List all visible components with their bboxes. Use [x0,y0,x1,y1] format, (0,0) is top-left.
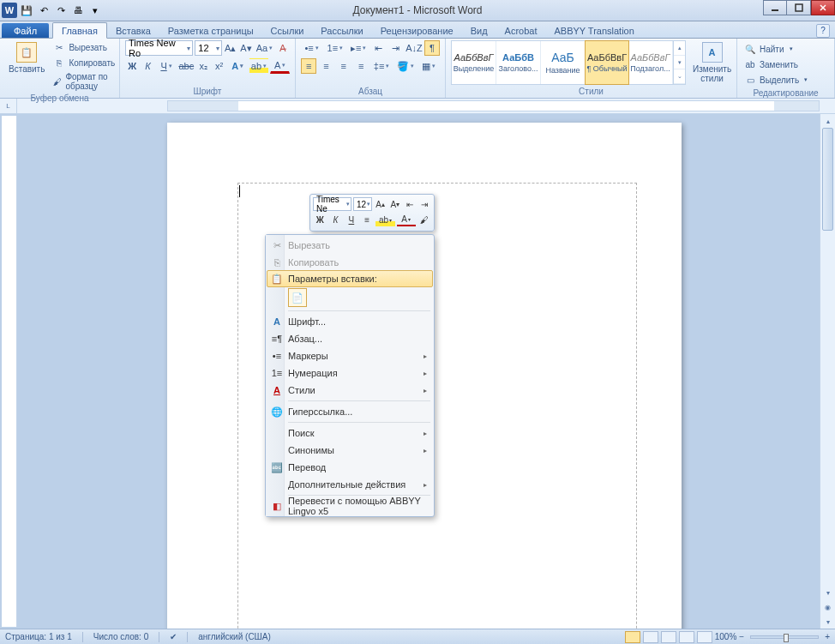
mini-highlight-icon[interactable]: ab [375,213,394,226]
tab-home[interactable]: Главная [52,22,107,39]
close-button[interactable] [811,0,835,15]
ctx-paragraph[interactable]: ≡¶Абзац... [267,330,432,347]
qat-custom-icon[interactable]: ▾ [87,3,103,18]
vertical-scrollbar[interactable]: ▴ ▾ ◉ ▾ [820,114,835,629]
view-draft-icon[interactable] [697,631,712,643]
print-icon[interactable]: 🖶 [70,3,86,18]
align-center-icon[interactable]: ≡ [318,58,333,74]
borders-icon[interactable]: ▦ [418,58,440,74]
tab-mailings[interactable]: Рассылки [312,23,371,38]
status-proofing-icon[interactable]: ✔ [170,632,177,641]
mini-italic-icon[interactable]: К [328,213,342,226]
highlight-icon[interactable]: ab [249,58,269,74]
font-size-combo[interactable]: 12 [195,40,221,56]
grow-font-icon[interactable]: A▴ [224,40,237,56]
style-gallery[interactable]: АаБбВвГВыделение АаБбВЗаголово... АаБНаз… [451,40,686,85]
show-marks-icon[interactable]: ¶ [424,40,440,56]
ctx-additional[interactable]: Дополнительные действия▸ [267,476,432,493]
ctx-abbyy-translate[interactable]: ◧Перевести с помощью ABBYY Lingvo x5 [267,497,432,515]
increase-indent-icon[interactable]: ⇥ [388,40,404,56]
ctx-search[interactable]: Поиск▸ [267,424,432,442]
next-page-icon[interactable]: ▾ [820,615,835,629]
align-right-icon[interactable]: ≡ [336,58,351,74]
tab-abbyy[interactable]: ABBYY Translation [546,23,643,38]
ctx-numbering[interactable]: 1≡Нумерация▸ [267,364,432,382]
clear-format-icon[interactable]: A̶ [276,40,290,56]
tab-pagelayout[interactable]: Разметка страницы [159,23,262,38]
mini-bold-icon[interactable]: Ж [313,213,327,226]
style-emphasis[interactable]: АаБбВвГВыделение [452,41,496,84]
minimize-button[interactable] [763,0,787,15]
redo-icon[interactable]: ↷ [53,3,69,18]
prev-page-icon[interactable]: ◉ [820,600,835,614]
align-left-icon[interactable]: ≡ [301,58,316,74]
zoom-in-icon[interactable]: + [825,632,830,641]
shrink-font-icon[interactable]: A▾ [239,40,253,56]
italic-icon[interactable]: К [141,58,154,74]
replace-button[interactable]: abЗаменить [742,57,829,71]
scroll-up-icon[interactable]: ▴ [820,114,835,128]
multilevel-icon[interactable]: ▸≡ [348,40,369,56]
scroll-down-icon[interactable]: ▾ [820,586,835,599]
mini-grow-font-icon[interactable]: A▴ [374,197,387,211]
view-web-icon[interactable] [661,631,676,643]
tab-insert[interactable]: Вставка [107,23,159,38]
numbering-icon[interactable]: 1≡ [324,40,345,56]
style-heading[interactable]: АаБбВЗаголово... [496,41,541,84]
align-justify-icon[interactable]: ≡ [353,58,369,74]
help-icon[interactable]: ? [816,24,830,38]
mini-shrink-font-icon[interactable]: A▾ [388,197,401,211]
vertical-ruler[interactable] [2,116,17,627]
zoom-slider[interactable] [750,635,819,639]
change-case-icon[interactable]: Aa [255,40,274,56]
undo-icon[interactable]: ↶ [36,3,51,18]
mini-decrease-indent-icon[interactable]: ⇤ [403,197,416,211]
copy-button[interactable]: ⎘Копировать [51,56,117,69]
status-words[interactable]: Число слов: 0 [93,632,148,641]
font-name-combo[interactable]: Times New Ro [125,40,193,56]
font-color-icon[interactable]: A [270,58,290,74]
shading-icon[interactable]: 🪣 [394,58,417,74]
scroll-thumb[interactable] [822,128,833,231]
style-title[interactable]: АаБНазвание [541,41,586,84]
style-normal[interactable]: АаБбВвГ¶ Обычный [585,40,629,85]
view-outline-icon[interactable] [679,631,694,643]
text-effects-icon[interactable]: A [228,58,248,74]
status-language[interactable]: английский (США) [198,632,271,641]
underline-icon[interactable]: Ч [157,58,177,74]
cut-button[interactable]: ✂Вырезать [51,40,117,54]
zoom-level[interactable]: 100% [715,632,737,641]
decrease-indent-icon[interactable]: ⇤ [371,40,387,56]
mini-format-painter-icon[interactable]: 🖌 [418,213,431,226]
ctx-font[interactable]: AШрифт... [267,313,432,330]
style-gallery-scroll[interactable]: ▴▾⌄ [673,41,685,84]
save-icon[interactable]: 💾 [19,3,34,18]
change-styles-button[interactable]: A Изменить стили [689,40,735,85]
sort-icon[interactable]: A↓Z [405,40,423,56]
bold-icon[interactable]: Ж [125,58,139,74]
mini-font-color-icon[interactable]: A [397,213,416,226]
horizontal-ruler[interactable] [167,100,820,111]
superscript-icon[interactable]: x² [213,58,226,74]
format-painter-button[interactable]: 🖌Формат по образцу [51,71,117,92]
ctx-translate[interactable]: 🔤Перевод [267,459,432,476]
mini-font-combo[interactable]: Times Ne [313,197,351,211]
tab-file[interactable]: Файл [2,23,49,38]
ctx-synonyms[interactable]: Синонимы▸ [267,442,432,459]
line-spacing-icon[interactable]: ‡≡ [370,58,393,74]
tab-view[interactable]: Вид [462,23,496,38]
bullets-icon[interactable]: •≡ [301,40,322,56]
style-subtitle[interactable]: АаБбВвГПодзагол... [628,41,673,84]
view-print-layout-icon[interactable] [625,631,640,643]
mini-size-combo[interactable]: 12 [353,197,372,211]
ctx-bullets[interactable]: •≡Маркеры▸ [267,347,432,364]
view-fullscreen-icon[interactable] [643,631,658,643]
tab-acrobat[interactable]: Acrobat [496,23,546,38]
mini-center-icon[interactable]: ≡ [360,213,374,226]
mini-increase-indent-icon[interactable]: ⇥ [418,197,431,211]
find-button[interactable]: 🔍Найти▾ [742,42,829,56]
select-button[interactable]: ▭Выделить▾ [742,73,829,87]
zoom-thumb[interactable] [784,634,789,642]
word-app-icon[interactable]: W [2,3,17,18]
ctx-styles[interactable]: AСтили▸ [267,382,432,399]
